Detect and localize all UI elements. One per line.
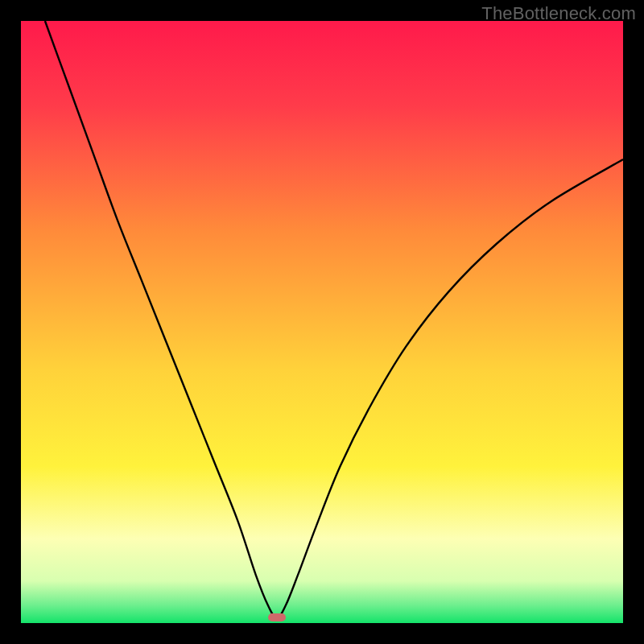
bottleneck-curve — [21, 21, 623, 623]
curve-path — [45, 21, 623, 618]
plot-area — [21, 21, 623, 623]
watermark-text: TheBottleneck.com — [481, 3, 636, 24]
chart-frame: TheBottleneck.com — [0, 0, 644, 644]
optimal-marker — [268, 613, 286, 621]
